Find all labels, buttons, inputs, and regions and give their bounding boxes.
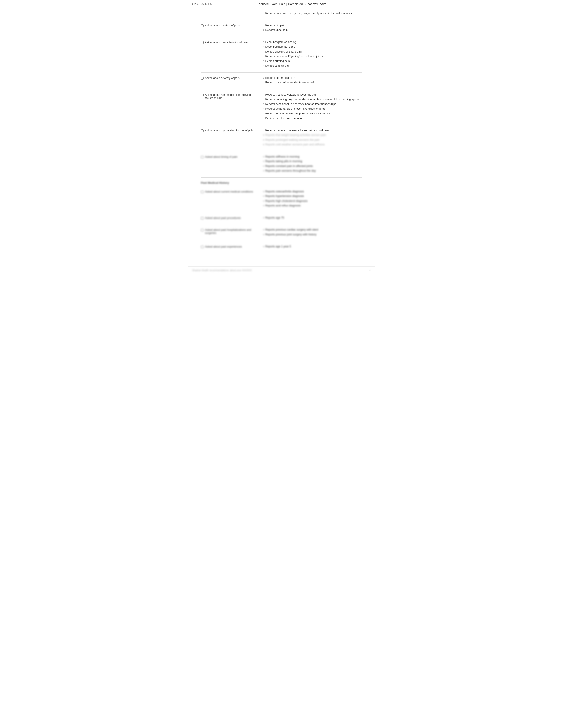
finding-item-blurred: ○ Reports osteoarthritis diagnosis [263, 190, 362, 194]
checkbox-sub2-label[interactable]: Asked about past procedures [201, 216, 254, 220]
finding-item-blurred: ○ Reports age 1 year 5 [263, 245, 362, 249]
section-top-finding: ○ Reports pain has been getting progress… [201, 8, 362, 20]
finding-item-blurred: ○ Reports acid reflux diagnosis [263, 204, 362, 208]
finding-item-blurred: ○ Reports cold weather worsens pain and … [263, 143, 362, 147]
sub-heading: Past Medical History [201, 178, 362, 186]
finding-item-blurred: ○ Reports prolonged walking worsens the … [263, 138, 362, 142]
checkbox-sub1-label[interactable]: Asked about current medical conditions [201, 190, 254, 193]
finding-item: ○ Reports that rest typically relieves t… [263, 93, 362, 97]
finding-item: ○ Reports hip pain [263, 24, 362, 28]
finding-item: ○ Describes pain as "deep" [263, 45, 362, 49]
page-title: Focused Exam: Pain | Completed | Shadow … [257, 2, 326, 6]
checkbox-relieving-label[interactable]: Asked about non-medication relieving fac… [201, 93, 254, 99]
finding-item-blurred: ○ Reports age 75 [263, 216, 362, 220]
finding-item-blurred: ○ Reports taking pills in morning [263, 159, 362, 163]
footer: Shadow Health recommendations: about you… [188, 266, 375, 274]
finding-top: ○ Reports pain has been getting progress… [263, 11, 362, 15]
finding-item-blurred: ○ Reports previous joint surgery with hi… [263, 233, 362, 237]
checkbox-sub2[interactable] [201, 217, 203, 220]
finding-item: ○ Reports occasional "grating" sensation… [263, 54, 362, 58]
checkbox-sub1[interactable] [201, 191, 203, 193]
checkbox-sub4-label[interactable]: Asked about past experiences [201, 245, 254, 248]
checkbox-blurred-1-label[interactable]: Asked about timing of pain [201, 155, 254, 158]
header: 9/23/21, 6:17 PM Focused Exam: Pain | Co… [188, 0, 375, 8]
checkbox-aggravating[interactable] [201, 129, 203, 132]
finding-item: ○ Reports using range of motion exercise… [263, 107, 362, 111]
finding-item: ○ Reports pain before medication was a 9 [263, 81, 362, 85]
checkbox-severity-label[interactable]: Asked about severity of pain [201, 77, 254, 80]
finding-item: ○ Reports not using any non-medication t… [263, 98, 362, 101]
finding-item: ○ Reports that exercise exacerbates pain… [263, 129, 362, 133]
section-characteristics: Asked about characteristics of pain ○ De… [201, 37, 362, 73]
finding-item-blurred: ○ Reports that weight bearing activities… [263, 133, 362, 137]
finding-item: ○ Denies burning pain [263, 59, 362, 63]
finding-item: ○ Reports wearing elastic supports on kn… [263, 112, 362, 116]
finding-item-blurred: ○ Reports pain worsens throughout the da… [263, 169, 362, 173]
checkbox-severity[interactable] [201, 77, 203, 80]
section-aggravating: Asked about aggravating factors of pain … [201, 125, 362, 151]
datetime: 9/23/21, 6:17 PM [192, 2, 212, 6]
finding-item: ○ Reports knee pain [263, 28, 362, 32]
finding-item-blurred: ○ Reports previous cardiac surgery with … [263, 228, 362, 232]
finding-item-blurred: ○ Reports constant pain in affected join… [263, 164, 362, 168]
checkbox-relieving[interactable] [201, 94, 203, 96]
checkbox-location[interactable] [201, 24, 203, 27]
finding-top-text: Reports pain has been getting progressiv… [265, 11, 354, 15]
finding-item: ○ Describes pain as aching [263, 40, 362, 44]
checkbox-sub3[interactable] [201, 229, 203, 231]
finding-item: ○ Denies stinging pain [263, 64, 362, 68]
footer-right: © [369, 269, 371, 272]
footer-left: Shadow Health recommendations: about you… [192, 269, 252, 272]
sub-section-3: Asked about past hospitalizations and su… [201, 224, 362, 241]
checkbox-aggravating-label[interactable]: Asked about aggravating factors of pain [201, 129, 254, 132]
checkbox-characteristics-label[interactable]: Asked about characteristics of pain [201, 41, 254, 44]
section-location: Asked about location of pain ○ Reports h… [201, 20, 362, 37]
finding-item: ○ Reports current pain is a 1 [263, 76, 362, 80]
sub-section-2: Asked about past procedures ○ Reports ag… [201, 212, 362, 225]
bullet-icon: ○ [263, 12, 264, 15]
sub-section-1: Asked about current medical conditions ○… [201, 186, 362, 212]
finding-item-blurred: ○ Reports hypertension diagnosis [263, 194, 362, 198]
checkbox-sub4[interactable] [201, 246, 203, 248]
finding-item: ○ Denies shooting or sharp pain [263, 50, 362, 54]
section-relieving: Asked about non-medication relieving fac… [201, 89, 362, 125]
checkbox-sub3-label[interactable]: Asked about past hospitalizations and su… [201, 228, 254, 235]
finding-item: ○ Denies use of ice as treatment [263, 116, 362, 120]
finding-item-blurred: ○ Reports stiffness in morning [263, 155, 362, 159]
checkbox-location-label[interactable]: Asked about location of pain [201, 24, 254, 27]
checkbox-characteristics[interactable] [201, 41, 203, 44]
finding-item-blurred: ○ Reports high cholesterol diagnosis [263, 199, 362, 203]
main-content: ○ Reports pain has been getting progress… [188, 8, 375, 262]
sub-section-4: Asked about past experiences ○ Reports a… [201, 241, 362, 253]
checkbox-blurred-1[interactable] [201, 156, 203, 158]
section-severity: Asked about severity of pain ○ Reports c… [201, 73, 362, 89]
finding-item: ○ Reports occasional use of moist heat a… [263, 102, 362, 106]
section-blurred-1: Asked about timing of pain ○ Reports sti… [201, 151, 362, 178]
